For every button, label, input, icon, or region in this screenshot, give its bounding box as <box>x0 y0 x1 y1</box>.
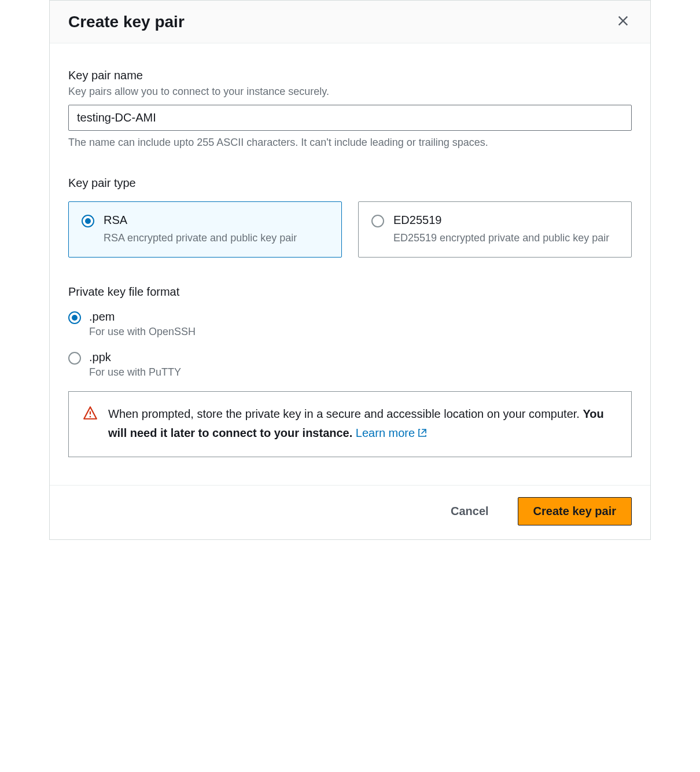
modal-footer: Cancel Create key pair <box>50 485 650 539</box>
radio-icon <box>371 215 384 227</box>
option-desc: ED25519 encrypted private and public key… <box>393 230 609 245</box>
key-pair-type-options: RSA RSA encrypted private and public key… <box>68 201 632 258</box>
file-format-ppk[interactable]: .ppk For use with PuTTY <box>68 351 632 378</box>
learn-more-link[interactable]: Learn more <box>356 427 428 439</box>
close-button[interactable] <box>614 12 632 31</box>
option-desc: For use with PuTTY <box>89 366 181 378</box>
external-link-icon <box>417 425 428 444</box>
warning-text-part1: When prompted, store the private key in … <box>108 407 583 420</box>
radio-icon <box>68 352 81 365</box>
warning-alert: When prompted, store the private key in … <box>68 391 632 457</box>
warning-text: When prompted, store the private key in … <box>108 405 617 444</box>
modal-body: Key pair name Key pairs allow you to con… <box>50 43 650 485</box>
key-pair-type-section: Key pair type RSA RSA encrypted private … <box>68 177 632 258</box>
close-icon <box>617 14 629 29</box>
key-pair-type-label: Key pair type <box>68 177 632 190</box>
create-key-pair-modal: Create key pair Key pair name Key pairs … <box>49 0 651 540</box>
option-desc: RSA encrypted private and public key pai… <box>104 230 297 245</box>
option-desc: For use with OpenSSH <box>89 326 196 338</box>
option-title: .pem <box>89 310 196 323</box>
cancel-button[interactable]: Cancel <box>436 498 504 525</box>
option-title: .ppk <box>89 351 181 364</box>
option-title: RSA <box>104 214 297 227</box>
radio-icon <box>68 311 81 324</box>
file-format-options: .pem For use with OpenSSH .ppk For use w… <box>68 310 632 378</box>
key-pair-name-hint: The name can include upto 255 ASCII char… <box>68 137 632 149</box>
file-format-pem[interactable]: .pem For use with OpenSSH <box>68 310 632 338</box>
create-key-pair-button[interactable]: Create key pair <box>518 497 632 525</box>
modal-header: Create key pair <box>50 1 650 43</box>
key-pair-type-ed25519[interactable]: ED25519 ED25519 encrypted private and pu… <box>358 201 632 258</box>
key-pair-name-section: Key pair name Key pairs allow you to con… <box>68 69 632 149</box>
option-title: ED25519 <box>393 214 609 227</box>
file-format-section: Private key file format .pem For use wit… <box>68 285 632 457</box>
modal-title: Create key pair <box>68 13 185 31</box>
warning-icon <box>83 406 98 444</box>
radio-icon <box>82 215 94 227</box>
key-pair-name-help: Key pairs allow you to connect to your i… <box>68 86 632 98</box>
key-pair-type-rsa[interactable]: RSA RSA encrypted private and public key… <box>68 201 342 258</box>
svg-point-1 <box>90 416 91 418</box>
key-pair-name-label: Key pair name <box>68 69 632 82</box>
key-pair-name-input[interactable] <box>68 105 632 131</box>
file-format-label: Private key file format <box>68 285 632 299</box>
